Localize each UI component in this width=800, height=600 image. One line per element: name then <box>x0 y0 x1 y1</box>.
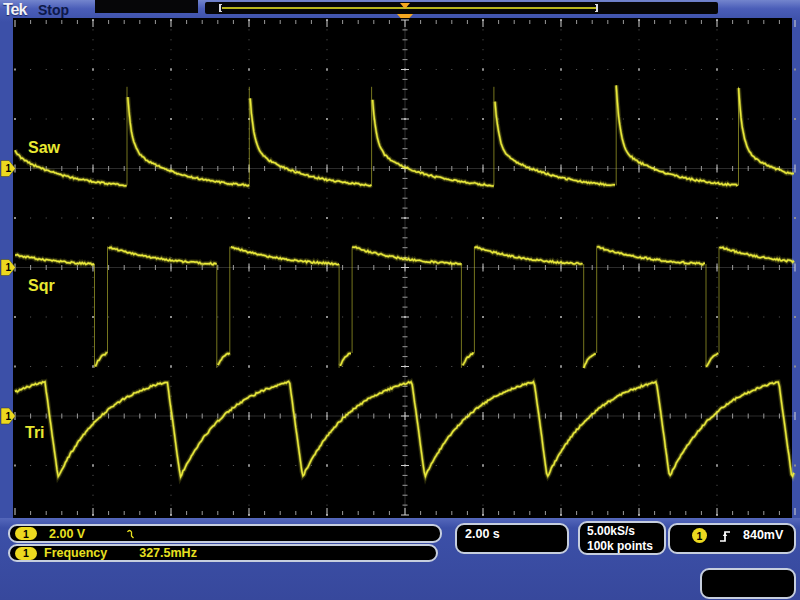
sample-rate: 5.00kS/s <box>587 524 657 539</box>
acquisition-status: Stop <box>38 2 69 18</box>
measurement-readout[interactable]: 1 Frequency 327.5mHz <box>8 544 438 562</box>
acquisition-preview-bar <box>205 2 718 14</box>
measurement-label: Frequency <box>44 546 107 560</box>
waveform-display <box>13 18 792 518</box>
record-start-bracket-icon <box>219 4 221 12</box>
channel1-badge: 1 <box>15 527 37 540</box>
trigger-source-badge: 1 <box>692 528 707 543</box>
acquisition-readout[interactable]: 5.00kS/s 100k points <box>578 521 666 555</box>
message-area <box>95 0 198 13</box>
record-length: 100k points <box>587 539 657 554</box>
measurement-source-badge: 1 <box>15 547 37 560</box>
timebase-scale: 2.00 s <box>465 527 500 541</box>
trigger-readout[interactable]: 1 840mV <box>668 523 796 554</box>
record-trigger-position-icon <box>400 3 410 9</box>
tek-logo: Tek <box>3 1 26 19</box>
trigger-level: 840mV <box>743 528 783 542</box>
right-bezel <box>792 22 800 518</box>
channel1-scale: 2.00 V <box>49 527 85 541</box>
oscilloscope-screen: { "header": { "logo": "Tek", "acq_status… <box>0 0 800 600</box>
horizontal-readout[interactable]: 2.00 s <box>455 523 569 554</box>
rising-edge-icon <box>719 529 731 546</box>
left-bezel <box>0 22 13 518</box>
coupling-icon <box>127 529 136 539</box>
measurement-value: 327.5mHz <box>139 546 197 560</box>
channel1-readout[interactable]: 1 2.00 V <box>8 524 442 543</box>
record-end-bracket-icon <box>596 4 598 12</box>
datetime-display: 25 Jul 2014 13:40:27 <box>700 568 796 599</box>
